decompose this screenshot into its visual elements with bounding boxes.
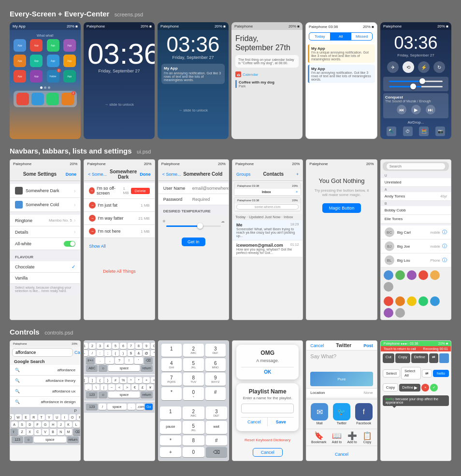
sp-bracket2[interactable]: ] <box>89 377 96 383</box>
np2-0[interactable]: 0 <box>183 447 204 457</box>
sp-pound[interactable]: £ <box>139 384 146 391</box>
key-space[interactable]: space <box>34 436 66 443</box>
ctrl-wifi[interactable]: ⟲ <box>403 61 414 73</box>
swatch2-green[interactable] <box>418 296 428 306</box>
key-u[interactable]: U <box>54 414 60 420</box>
sp-return[interactable]: return <box>141 392 152 398</box>
sp2-show-all[interactable]: Show All <box>89 244 106 249</box>
phone3-slide[interactable]: → slide to unlock <box>161 108 225 112</box>
sym-2[interactable]: 2 <box>89 343 96 349</box>
sp-space[interactable]: space <box>108 392 140 398</box>
sp2-minus-2[interactable]: − <box>89 202 96 209</box>
np-1[interactable]: 1 <box>161 344 182 357</box>
sugg-2[interactable]: 🔍 affordance theory <box>10 376 80 386</box>
sym-colon[interactable]: : <box>97 350 103 356</box>
key-123[interactable]: 123 <box>12 436 23 443</box>
swatch2-red[interactable] <box>384 296 393 306</box>
np2-hash2[interactable]: # <box>206 435 227 446</box>
folder-icon[interactable]: Folder 3 <box>47 70 59 83</box>
ctrl-rotation[interactable]: ↻ <box>433 61 445 73</box>
contact-bigcarl-info[interactable]: ⓘ <box>442 229 447 236</box>
np-2[interactable]: 2ABC <box>183 344 203 357</box>
url-123[interactable]: 123 <box>86 404 98 410</box>
np-5[interactable]: 5JKL <box>183 358 203 371</box>
sym-1[interactable]: 1 <box>84 343 88 349</box>
contact-bigjoe[interactable]: BJ Big Joe mobile ⓘ <box>381 239 451 253</box>
sp-123[interactable]: 123 <box>86 392 98 398</box>
np-0[interactable]: 0+ <box>183 387 203 400</box>
sp1-chocolate[interactable]: Chocolate ✓ <box>10 261 80 273</box>
ctrl-camera[interactable]: 📷 <box>435 126 445 136</box>
sp-pipe[interactable]: | <box>101 384 107 391</box>
alert-omg-ok[interactable]: OK <box>241 369 294 375</box>
np2-wait[interactable]: wait <box>206 421 227 434</box>
temp-slider[interactable] <box>166 225 221 227</box>
ctrl-flashlight[interactable]: 🔦 <box>387 126 396 136</box>
key-return[interactable]: return <box>67 436 79 443</box>
volume-slider[interactable] <box>389 86 443 87</box>
music-prev[interactable]: ⏮ <box>397 105 406 114</box>
key-p[interactable]: P <box>77 414 81 420</box>
key-y[interactable]: Y <box>46 414 53 420</box>
key-g[interactable]: G <box>42 421 49 428</box>
contact-bobby[interactable]: Bobby Cobb <box>381 206 451 215</box>
sp1-vanilla[interactable]: Vanilla <box>10 273 80 284</box>
select-btn[interactable]: Select <box>383 369 400 378</box>
np-magic-btn[interactable]: Magic Button <box>322 203 361 213</box>
contact-biglou-info[interactable]: ⓘ <box>442 257 447 264</box>
define-btn[interactable]: Define <box>411 353 428 363</box>
sym-quote[interactable]: " <box>151 350 155 356</box>
cut-btn[interactable]: Cut <box>383 353 394 363</box>
np2-2[interactable]: 2ABC <box>183 406 204 420</box>
share-mail[interactable]: ✉ Mail <box>311 403 328 425</box>
hello-btn[interactable]: hello <box>433 370 449 377</box>
app-icon-7[interactable]: App <box>47 55 59 67</box>
ctrl-timer[interactable]: ⏱ <box>403 126 413 136</box>
key-s[interactable]: S <box>19 421 26 428</box>
sp-bracket1[interactable]: [ <box>84 377 88 383</box>
arrow-btn[interactable]: ⇄ <box>429 353 438 363</box>
playlist-cancel[interactable]: Cancel <box>241 418 268 426</box>
sp3-getin-btn[interactable]: Get In <box>182 238 205 246</box>
cp-email-icewomen[interactable]: 01:12 icewomen@gmail.com How are you agi… <box>232 240 303 257</box>
sym-5[interactable]: 5 <box>112 343 119 349</box>
sp1-done[interactable]: Done <box>66 172 77 177</box>
sp2-minus-1[interactable]: − <box>89 187 95 194</box>
key-z[interactable]: Z <box>19 429 26 435</box>
np-star[interactable]: * <box>161 387 182 400</box>
np2-del[interactable]: ⌫ <box>206 447 227 457</box>
sp2-minus-4[interactable]: − <box>89 228 96 235</box>
action-add-reading[interactable]: 📖 Add to <box>332 431 342 444</box>
sp2-delete-1[interactable]: Delete <box>131 188 150 194</box>
sugg-3[interactable]: 🔍 affordance ux <box>10 386 80 397</box>
sym-9[interactable]: 9 <box>143 343 150 349</box>
phone2-slide[interactable]: → slide to unlock <box>87 102 151 107</box>
share-cancel-btn[interactable]: Cancel <box>335 452 348 457</box>
sp2-back[interactable]: < Some... <box>88 172 107 177</box>
contact-bigjoe-info[interactable]: ⓘ <box>442 243 447 250</box>
dock-icon-2[interactable] <box>31 93 44 105</box>
sp-equals[interactable]: = <box>151 377 155 383</box>
sp-percent[interactable]: % <box>120 377 127 383</box>
contact-biglou[interactable]: BL Big Lou Phone ⓘ <box>381 253 451 267</box>
green-circle-btn[interactable]: ✓ <box>430 384 438 392</box>
sp-plus[interactable]: + <box>143 377 150 383</box>
np2-1[interactable]: 1 <box>160 406 181 420</box>
sym-dash[interactable]: - <box>84 350 88 356</box>
define2-btn[interactable]: Define ▶ <box>399 384 420 392</box>
key-r[interactable]: R <box>30 414 37 420</box>
np-7[interactable]: 7PQRS <box>161 373 182 386</box>
sp-lt[interactable]: < <box>116 384 123 391</box>
sp3-username-input[interactable] <box>192 186 229 191</box>
key-emoji[interactable]: ☺ <box>24 436 33 443</box>
sym-6[interactable]: 6 <box>120 343 127 349</box>
key-h[interactable]: H <box>50 421 57 428</box>
key-e[interactable]: E <box>23 414 29 420</box>
app-icon-6[interactable]: App <box>30 55 43 67</box>
sym-excl[interactable]: ! <box>125 357 133 364</box>
sugg-1[interactable]: 🔍 affordance <box>10 365 80 376</box>
np-3[interactable]: 3DEF <box>205 344 226 357</box>
sp-gt[interactable]: > <box>124 384 130 391</box>
sym-3[interactable]: 3 <box>97 343 103 349</box>
red-circle-btn[interactable]: × <box>421 384 429 392</box>
